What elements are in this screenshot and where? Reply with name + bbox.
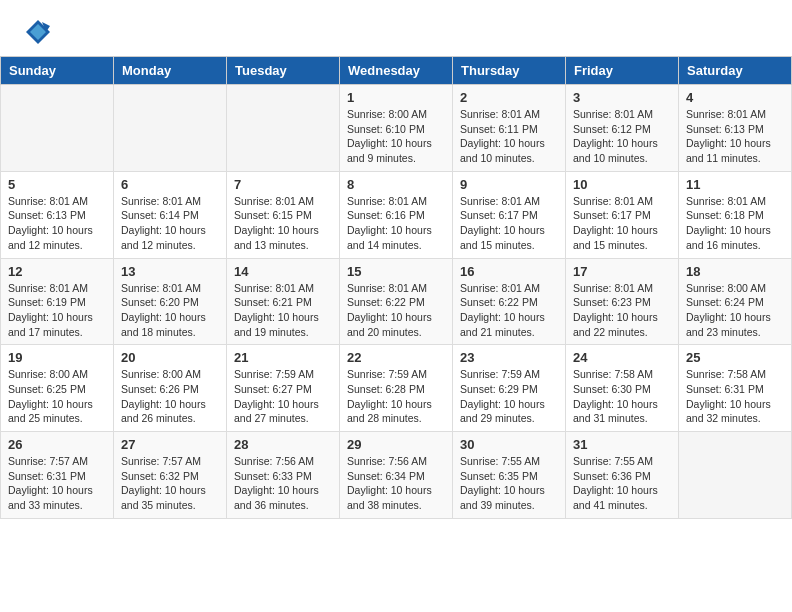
calendar-cell <box>114 85 227 172</box>
day-info: Sunrise: 7:57 AM Sunset: 6:32 PM Dayligh… <box>121 454 219 513</box>
calendar-cell: 13Sunrise: 8:01 AM Sunset: 6:20 PM Dayli… <box>114 258 227 345</box>
day-number: 11 <box>686 177 784 192</box>
day-number: 7 <box>234 177 332 192</box>
day-number: 20 <box>121 350 219 365</box>
day-number: 30 <box>460 437 558 452</box>
calendar-cell: 20Sunrise: 8:00 AM Sunset: 6:26 PM Dayli… <box>114 345 227 432</box>
day-info: Sunrise: 8:01 AM Sunset: 6:23 PM Dayligh… <box>573 281 671 340</box>
day-number: 10 <box>573 177 671 192</box>
day-info: Sunrise: 7:58 AM Sunset: 6:30 PM Dayligh… <box>573 367 671 426</box>
day-number: 4 <box>686 90 784 105</box>
day-info: Sunrise: 8:00 AM Sunset: 6:26 PM Dayligh… <box>121 367 219 426</box>
calendar-cell: 31Sunrise: 7:55 AM Sunset: 6:36 PM Dayli… <box>566 432 679 519</box>
calendar-cell: 22Sunrise: 7:59 AM Sunset: 6:28 PM Dayli… <box>340 345 453 432</box>
logo <box>24 18 56 46</box>
day-number: 12 <box>8 264 106 279</box>
calendar-cell: 6Sunrise: 8:01 AM Sunset: 6:14 PM Daylig… <box>114 171 227 258</box>
day-info: Sunrise: 8:00 AM Sunset: 6:25 PM Dayligh… <box>8 367 106 426</box>
calendar-cell: 19Sunrise: 8:00 AM Sunset: 6:25 PM Dayli… <box>1 345 114 432</box>
day-info: Sunrise: 7:56 AM Sunset: 6:33 PM Dayligh… <box>234 454 332 513</box>
day-info: Sunrise: 8:01 AM Sunset: 6:12 PM Dayligh… <box>573 107 671 166</box>
calendar-cell: 27Sunrise: 7:57 AM Sunset: 6:32 PM Dayli… <box>114 432 227 519</box>
day-info: Sunrise: 7:59 AM Sunset: 6:28 PM Dayligh… <box>347 367 445 426</box>
calendar-cell: 14Sunrise: 8:01 AM Sunset: 6:21 PM Dayli… <box>227 258 340 345</box>
day-number: 31 <box>573 437 671 452</box>
calendar-cell: 12Sunrise: 8:01 AM Sunset: 6:19 PM Dayli… <box>1 258 114 345</box>
day-info: Sunrise: 8:01 AM Sunset: 6:17 PM Dayligh… <box>573 194 671 253</box>
calendar-cell: 16Sunrise: 8:01 AM Sunset: 6:22 PM Dayli… <box>453 258 566 345</box>
day-number: 29 <box>347 437 445 452</box>
day-number: 19 <box>8 350 106 365</box>
day-info: Sunrise: 7:55 AM Sunset: 6:36 PM Dayligh… <box>573 454 671 513</box>
calendar-cell: 11Sunrise: 8:01 AM Sunset: 6:18 PM Dayli… <box>679 171 792 258</box>
day-info: Sunrise: 8:01 AM Sunset: 6:15 PM Dayligh… <box>234 194 332 253</box>
calendar-cell: 9Sunrise: 8:01 AM Sunset: 6:17 PM Daylig… <box>453 171 566 258</box>
calendar-cell: 7Sunrise: 8:01 AM Sunset: 6:15 PM Daylig… <box>227 171 340 258</box>
page-header <box>0 0 792 56</box>
weekday-header: Thursday <box>453 57 566 85</box>
calendar-cell <box>679 432 792 519</box>
day-number: 23 <box>460 350 558 365</box>
weekday-header: Tuesday <box>227 57 340 85</box>
day-number: 13 <box>121 264 219 279</box>
weekday-header: Friday <box>566 57 679 85</box>
day-info: Sunrise: 8:00 AM Sunset: 6:10 PM Dayligh… <box>347 107 445 166</box>
day-number: 15 <box>347 264 445 279</box>
calendar-cell: 26Sunrise: 7:57 AM Sunset: 6:31 PM Dayli… <box>1 432 114 519</box>
day-info: Sunrise: 7:58 AM Sunset: 6:31 PM Dayligh… <box>686 367 784 426</box>
day-number: 6 <box>121 177 219 192</box>
weekday-header: Monday <box>114 57 227 85</box>
weekday-header: Sunday <box>1 57 114 85</box>
day-number: 2 <box>460 90 558 105</box>
calendar-header: SundayMondayTuesdayWednesdayThursdayFrid… <box>1 57 792 85</box>
day-info: Sunrise: 7:57 AM Sunset: 6:31 PM Dayligh… <box>8 454 106 513</box>
calendar-cell: 30Sunrise: 7:55 AM Sunset: 6:35 PM Dayli… <box>453 432 566 519</box>
weekday-header: Saturday <box>679 57 792 85</box>
calendar-week-row: 5Sunrise: 8:01 AM Sunset: 6:13 PM Daylig… <box>1 171 792 258</box>
calendar-cell: 10Sunrise: 8:01 AM Sunset: 6:17 PM Dayli… <box>566 171 679 258</box>
calendar-cell: 25Sunrise: 7:58 AM Sunset: 6:31 PM Dayli… <box>679 345 792 432</box>
day-number: 9 <box>460 177 558 192</box>
day-number: 26 <box>8 437 106 452</box>
day-number: 25 <box>686 350 784 365</box>
calendar-cell <box>1 85 114 172</box>
calendar-cell: 1Sunrise: 8:00 AM Sunset: 6:10 PM Daylig… <box>340 85 453 172</box>
day-info: Sunrise: 8:01 AM Sunset: 6:20 PM Dayligh… <box>121 281 219 340</box>
calendar-week-row: 1Sunrise: 8:00 AM Sunset: 6:10 PM Daylig… <box>1 85 792 172</box>
day-number: 5 <box>8 177 106 192</box>
calendar-week-row: 12Sunrise: 8:01 AM Sunset: 6:19 PM Dayli… <box>1 258 792 345</box>
day-number: 17 <box>573 264 671 279</box>
day-info: Sunrise: 8:01 AM Sunset: 6:16 PM Dayligh… <box>347 194 445 253</box>
day-info: Sunrise: 7:55 AM Sunset: 6:35 PM Dayligh… <box>460 454 558 513</box>
day-info: Sunrise: 7:59 AM Sunset: 6:27 PM Dayligh… <box>234 367 332 426</box>
day-number: 8 <box>347 177 445 192</box>
calendar-cell: 2Sunrise: 8:01 AM Sunset: 6:11 PM Daylig… <box>453 85 566 172</box>
calendar-cell: 23Sunrise: 7:59 AM Sunset: 6:29 PM Dayli… <box>453 345 566 432</box>
calendar-week-row: 19Sunrise: 8:00 AM Sunset: 6:25 PM Dayli… <box>1 345 792 432</box>
weekday-header: Wednesday <box>340 57 453 85</box>
day-info: Sunrise: 8:01 AM Sunset: 6:13 PM Dayligh… <box>686 107 784 166</box>
day-info: Sunrise: 8:01 AM Sunset: 6:21 PM Dayligh… <box>234 281 332 340</box>
calendar-cell: 24Sunrise: 7:58 AM Sunset: 6:30 PM Dayli… <box>566 345 679 432</box>
calendar-cell: 5Sunrise: 8:01 AM Sunset: 6:13 PM Daylig… <box>1 171 114 258</box>
day-info: Sunrise: 8:01 AM Sunset: 6:18 PM Dayligh… <box>686 194 784 253</box>
calendar-cell: 28Sunrise: 7:56 AM Sunset: 6:33 PM Dayli… <box>227 432 340 519</box>
calendar-cell: 4Sunrise: 8:01 AM Sunset: 6:13 PM Daylig… <box>679 85 792 172</box>
day-number: 14 <box>234 264 332 279</box>
calendar-table: SundayMondayTuesdayWednesdayThursdayFrid… <box>0 56 792 519</box>
calendar-cell: 21Sunrise: 7:59 AM Sunset: 6:27 PM Dayli… <box>227 345 340 432</box>
day-info: Sunrise: 7:59 AM Sunset: 6:29 PM Dayligh… <box>460 367 558 426</box>
calendar-cell <box>227 85 340 172</box>
calendar-cell: 17Sunrise: 8:01 AM Sunset: 6:23 PM Dayli… <box>566 258 679 345</box>
day-number: 28 <box>234 437 332 452</box>
day-info: Sunrise: 8:01 AM Sunset: 6:17 PM Dayligh… <box>460 194 558 253</box>
day-info: Sunrise: 7:56 AM Sunset: 6:34 PM Dayligh… <box>347 454 445 513</box>
day-number: 27 <box>121 437 219 452</box>
day-number: 3 <box>573 90 671 105</box>
day-number: 1 <box>347 90 445 105</box>
calendar-cell: 8Sunrise: 8:01 AM Sunset: 6:16 PM Daylig… <box>340 171 453 258</box>
day-info: Sunrise: 8:01 AM Sunset: 6:14 PM Dayligh… <box>121 194 219 253</box>
calendar-cell: 3Sunrise: 8:01 AM Sunset: 6:12 PM Daylig… <box>566 85 679 172</box>
day-info: Sunrise: 8:01 AM Sunset: 6:11 PM Dayligh… <box>460 107 558 166</box>
day-info: Sunrise: 8:01 AM Sunset: 6:22 PM Dayligh… <box>460 281 558 340</box>
